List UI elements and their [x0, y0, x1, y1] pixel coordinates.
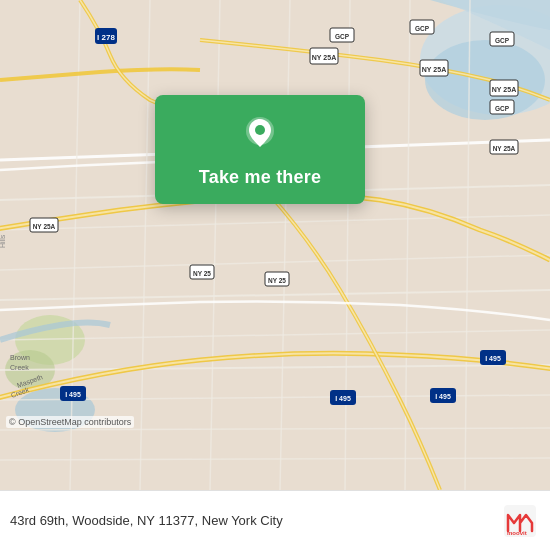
svg-text:GCP: GCP [415, 25, 430, 32]
bottom-bar: 43rd 69th, Woodside, NY 11377, New York … [0, 490, 550, 550]
location-card: Take me there [155, 95, 365, 204]
address-label: 43rd 69th, Woodside, NY 11377, New York … [10, 513, 504, 528]
moovit-logo: moovit [504, 505, 536, 537]
svg-text:NY 25A: NY 25A [312, 54, 336, 61]
svg-text:NY 25A: NY 25A [33, 223, 56, 230]
moovit-logo-icon: moovit [504, 505, 536, 537]
map-container: I 278 NY 25A NY 25A NY 25A GCP GCP GCP G… [0, 0, 550, 490]
svg-text:NY 25: NY 25 [268, 277, 286, 284]
svg-text:NY 25: NY 25 [193, 270, 211, 277]
svg-text:Brown: Brown [10, 354, 30, 361]
svg-text:Hills: Hills [0, 234, 6, 248]
svg-text:NY 25A: NY 25A [492, 86, 516, 93]
svg-text:I 495: I 495 [435, 393, 451, 400]
svg-text:NY 25A: NY 25A [493, 145, 516, 152]
svg-text:I 495: I 495 [335, 395, 351, 402]
map-pin-icon [238, 113, 282, 157]
svg-text:GCP: GCP [335, 33, 350, 40]
svg-text:I 278: I 278 [97, 33, 115, 42]
svg-text:GCP: GCP [495, 105, 510, 112]
svg-point-65 [255, 125, 265, 135]
svg-text:NY 25A: NY 25A [422, 66, 446, 73]
svg-text:GCP: GCP [495, 37, 510, 44]
svg-text:moovit: moovit [507, 530, 527, 536]
svg-text:I 495: I 495 [65, 391, 81, 398]
svg-text:Creek: Creek [10, 364, 29, 371]
copyright-text: © OpenStreetMap contributors [6, 416, 134, 428]
svg-text:I 495: I 495 [485, 355, 501, 362]
take-me-there-button[interactable]: Take me there [199, 167, 321, 188]
